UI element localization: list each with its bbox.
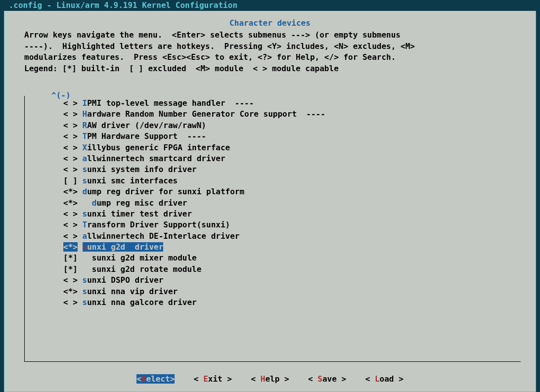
menu-list[interactable]: < > IPMI top-level message handler ----<…: [25, 96, 521, 308]
help-button[interactable]: < Help >: [251, 374, 289, 384]
menu-item[interactable]: < > sunxi DSPO driver: [63, 275, 521, 286]
button-bar: <Select> < Exit > < Help > < Save > < Lo…: [4, 374, 536, 385]
main-dialog: Character devices Arrow keys navigate th…: [4, 11, 536, 392]
menu-item[interactable]: < > Xillybus generic FPGA interface: [63, 142, 521, 153]
menu-item[interactable]: <*> sunxi nna vip driver: [63, 286, 521, 297]
menu-item[interactable]: < > allwinnertech DE-Interlace driver: [63, 231, 521, 242]
menu-item[interactable]: < > sunxi system info driver: [63, 164, 521, 175]
menu-item[interactable]: < > sunxi nna galcore driver: [63, 297, 521, 308]
menu-item[interactable]: < > IPMI top-level message handler ----: [63, 98, 521, 109]
menu-item[interactable]: [*] sunxi g2d mixer module: [63, 253, 521, 263]
menu-item[interactable]: < > TPM Hardware Support ----: [63, 131, 521, 142]
save-button[interactable]: < Save >: [308, 374, 346, 384]
menu-item[interactable]: < > Hardware Random Number Generator Cor…: [63, 109, 521, 120]
menu-item[interactable]: <*> sunxi g2d driver: [63, 242, 163, 253]
page-title: Character devices: [4, 18, 536, 29]
menu-item[interactable]: <*> dump reg driver for sunxi platform: [63, 186, 521, 197]
menu-item[interactable]: < > Transform Driver Support(sunxi): [63, 219, 521, 230]
menu-item[interactable]: [*] sunxi g2d rotate module: [63, 264, 521, 275]
select-button[interactable]: <Select>: [136, 374, 175, 384]
load-button[interactable]: < Load >: [365, 374, 404, 384]
menu-item[interactable]: < > RAW driver (/dev/raw/rawN): [63, 120, 521, 131]
menu-list-frame: ^(-) < > IPMI top-level message handler …: [24, 96, 521, 362]
menu-item[interactable]: <*> dump reg misc driver: [63, 198, 521, 209]
scroll-up-indicator: ^(-): [50, 90, 72, 101]
exit-button[interactable]: < Exit >: [194, 374, 232, 384]
menu-item[interactable]: < > sunxi timer test driver: [63, 209, 521, 219]
menu-item[interactable]: < > allwinnertech smartcard driver: [63, 153, 521, 164]
menu-item[interactable]: [ ] sunxi smc interfaces: [63, 175, 521, 186]
help-text: Arrow keys navigate the menu. <Enter> se…: [4, 29, 536, 74]
window-title: .config - Linux/arm 4.9.191 Kernel Confi…: [0, 0, 540, 11]
